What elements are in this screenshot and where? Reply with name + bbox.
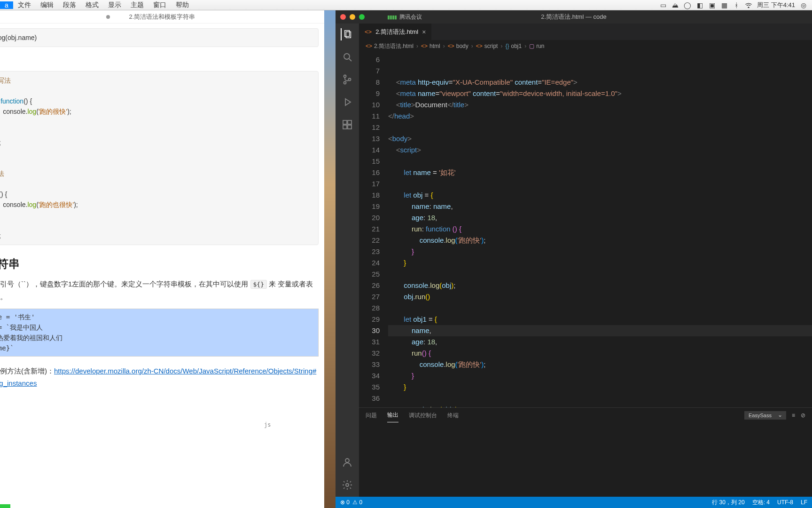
bluetooth-icon[interactable]: ᚼ	[733, 1, 740, 9]
traffic-lights[interactable]	[340, 14, 365, 20]
tag-icon: <>	[448, 43, 454, 49]
svg-marker-7	[345, 99, 351, 105]
warning-icon: ⚠	[352, 499, 358, 506]
menu-edit[interactable]: 编辑	[36, 1, 58, 9]
svg-rect-1	[346, 32, 351, 38]
vscode-titlebar[interactable]: ▮▮▮▮ 腾讯会议 2.简洁语法.html — code	[336, 10, 812, 24]
tab-file[interactable]: <> 2.简洁语法.html ×	[359, 24, 432, 40]
signal-icon: ▮▮▮▮	[387, 14, 397, 20]
object-icon: {}	[505, 43, 509, 49]
menu-window[interactable]: 窗口	[148, 1, 171, 9]
circle-icon[interactable]: ◯	[684, 1, 691, 9]
explorer-icon[interactable]	[341, 28, 353, 40]
menu-file[interactable]: 文件	[13, 1, 36, 9]
code-block-old[interactable]: 的写法 j={ n:function() { console.log('跑的很快…	[0, 71, 319, 245]
panel-tab-problems[interactable]: 问题	[366, 409, 377, 422]
svg-point-12	[345, 459, 349, 462]
panel-tab-output[interactable]: 输出	[387, 408, 398, 422]
vscode-window: ▮▮▮▮ 腾讯会议 2.简洁语法.html — code <> 2.简洁语法.h…	[336, 10, 812, 508]
code-block-top[interactable]: e.log(obj.name)	[0, 28, 319, 47]
debug-icon[interactable]	[341, 96, 353, 108]
typora-window: 2.简洁语法和模板字符串 e.log(obj.name) 写： 的写法 j={ …	[0, 10, 324, 508]
panel-tab-terminal[interactable]: 终端	[447, 409, 459, 422]
tab-close-icon[interactable]: ×	[422, 28, 426, 36]
method-icon: ▢	[529, 43, 534, 49]
error-icon: ⊗	[340, 499, 345, 506]
clock[interactable]: 周三 下午4:41	[757, 1, 795, 9]
bottom-panel: 问题 输出 调试控制台 终端 EasySass ≡ ⊘	[359, 407, 812, 497]
menu-paragraph[interactable]: 段落	[58, 1, 81, 9]
minimize-icon[interactable]	[350, 14, 355, 20]
desktop-wallpaper	[324, 10, 336, 508]
html-file-icon: <>	[366, 43, 372, 49]
panel-lock-icon[interactable]: ≡	[792, 412, 795, 419]
square3-icon[interactable]: ▦	[720, 1, 728, 9]
svg-rect-9	[343, 125, 347, 129]
siri-icon[interactable]: ◎	[800, 1, 807, 9]
tab-label: 2.简洁语法.html	[375, 28, 418, 36]
status-indent[interactable]: 空格: 4	[752, 499, 770, 507]
panel-tab-debug[interactable]: 调试控制台	[409, 409, 437, 422]
menu-view[interactable]: 显示	[103, 1, 126, 9]
code-block-selected[interactable]: ame = '书生' r = `我是中国人 也热爱着我的祖国和人们 name}`	[0, 309, 319, 357]
close-icon[interactable]	[340, 14, 346, 20]
mountain-icon[interactable]: ⛰	[671, 1, 679, 9]
status-errors[interactable]: ⊗ 0	[340, 499, 350, 506]
extensions-icon[interactable]	[341, 119, 353, 131]
output-select[interactable]: EasySass	[744, 411, 786, 420]
html-file-icon: <>	[365, 28, 372, 35]
status-bar: ⊗ 0 ⚠ 0 行 30，列 20 空格: 4 UTF-8 LF	[336, 497, 812, 508]
zoom-icon[interactable]	[359, 14, 365, 20]
modified-dot-icon	[106, 15, 110, 19]
status-cursor[interactable]: 行 30，列 20	[712, 499, 744, 507]
battery-icon: ▭	[659, 1, 667, 9]
status-encoding[interactable]: UTF-8	[777, 499, 793, 506]
typora-body[interactable]: e.log(obj.name) 写： 的写法 j={ n:function() …	[0, 24, 324, 393]
search-icon[interactable]	[341, 51, 353, 63]
macos-menubar: a 文件 编辑 段落 格式 显示 主题 窗口 帮助 ▭ ⛰ ◯ ◧ ▣ ▦ ᚼ …	[0, 0, 812, 10]
line-gutter: 6789101112131415161718192021222324252627…	[359, 52, 388, 407]
square1-icon[interactable]: ◧	[696, 1, 703, 9]
svg-point-5	[344, 82, 346, 84]
inline-code: ${}	[250, 280, 267, 289]
source-control-icon[interactable]	[341, 73, 353, 86]
svg-point-6	[349, 79, 351, 81]
svg-rect-11	[348, 120, 351, 124]
typora-titlebar: 2.简洁语法和模板字符串	[0, 10, 324, 24]
menu-help[interactable]: 帮助	[171, 1, 194, 9]
activity-bar	[336, 24, 359, 497]
status-warnings[interactable]: ⚠ 0	[352, 499, 362, 506]
paragraph-desc: 用反引号（``），键盘数字1左面的那个键。来定义一个字符串模板，在其中可以使用 …	[0, 278, 319, 303]
output-channel-select[interactable]: EasySass	[744, 411, 786, 420]
meeting-indicator[interactable]: ▮▮▮▮ 腾讯会议	[387, 13, 422, 21]
typora-progress	[0, 504, 10, 508]
window-title: 2.简洁语法.html — code	[541, 13, 606, 21]
wifi-icon[interactable]	[745, 1, 752, 9]
link-paragraph: 的实例方法(含新增)：https://developer.mozilla.org…	[0, 365, 319, 389]
heading-short: 写：	[0, 54, 324, 64]
code-area[interactable]: <meta http-equiv="X-UA-Compatible" conte…	[388, 52, 812, 407]
svg-line-3	[349, 59, 351, 61]
typora-doc-title: 2.简洁语法和模板字符串	[129, 13, 195, 21]
tag-icon: <>	[421, 43, 428, 49]
editor-tabs: <> 2.简洁语法.html ×	[359, 24, 812, 40]
panel-tabs: 问题 输出 调试控制台 终端 EasySass ≡ ⊘	[359, 408, 812, 423]
svg-point-13	[346, 484, 349, 486]
menubar-left: a 文件 编辑 段落 格式 显示 主题 窗口 帮助	[0, 1, 194, 9]
code-editor[interactable]: 6789101112131415161718192021222324252627…	[359, 52, 812, 407]
breadcrumb[interactable]: <> 2.简洁语法.html › <> html › <> body › <> …	[359, 40, 812, 52]
svg-rect-0	[345, 31, 350, 37]
svg-point-4	[344, 75, 346, 78]
gear-icon[interactable]	[341, 479, 353, 491]
svg-rect-8	[343, 120, 347, 124]
status-eol[interactable]: LF	[801, 499, 807, 506]
menu-format[interactable]: 格式	[81, 1, 103, 9]
svg-rect-10	[348, 125, 351, 129]
square2-icon[interactable]: ▣	[708, 1, 716, 9]
account-icon[interactable]	[341, 456, 353, 468]
menu-theme[interactable]: 主题	[126, 1, 148, 9]
menubar-right: ▭ ⛰ ◯ ◧ ▣ ▦ ᚼ 周三 下午4:41 ◎	[659, 1, 812, 9]
app-menu[interactable]: a	[0, 1, 13, 9]
panel-clear-icon[interactable]: ⊘	[801, 412, 805, 419]
svg-point-2	[344, 54, 350, 59]
